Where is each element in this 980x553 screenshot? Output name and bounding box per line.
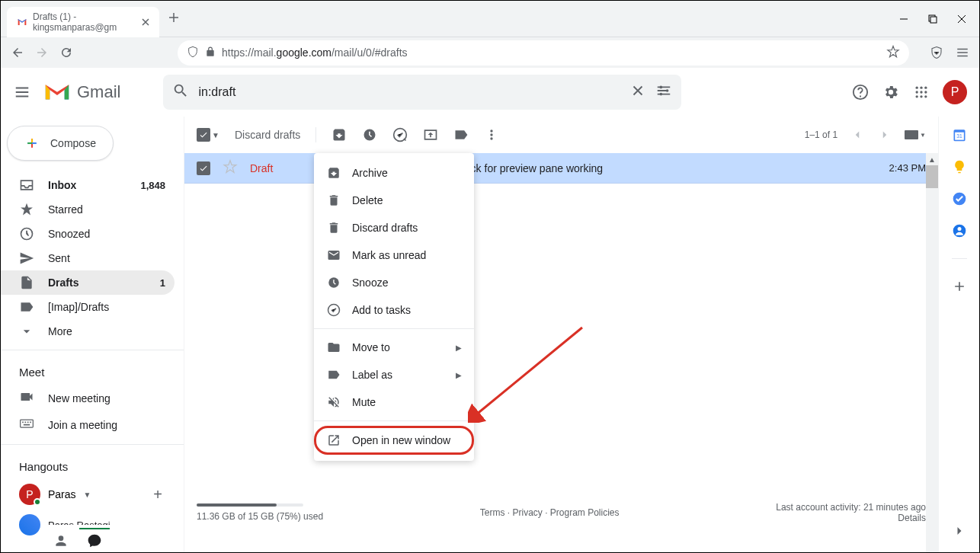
- content-area: ▼ Discard drafts 1–1 of 1 ▼ Draft a test…: [184, 117, 938, 553]
- ctx-discard-drafts[interactable]: Discard drafts: [314, 214, 474, 241]
- email-row[interactable]: Draft a test email to check for preview …: [184, 153, 938, 184]
- contacts-icon[interactable]: [952, 223, 967, 238]
- next-page-icon[interactable]: [877, 127, 892, 142]
- account-avatar[interactable]: P: [943, 80, 967, 104]
- label-icon: [326, 367, 341, 382]
- label-toolbar-icon[interactable]: [453, 127, 469, 142]
- scroll-up-icon[interactable]: ▲: [926, 153, 938, 165]
- storage-progress: [197, 503, 303, 507]
- search-options-icon[interactable]: [655, 82, 672, 102]
- chevron-down-icon: [19, 324, 34, 339]
- footer-privacy-link[interactable]: Privacy: [512, 507, 542, 518]
- gmail-logo[interactable]: Gmail: [43, 82, 120, 103]
- sidebar-item-inbox[interactable]: Inbox 1,848: [1, 173, 175, 197]
- keep-icon[interactable]: [952, 159, 967, 174]
- window-controls: [898, 14, 973, 24]
- main-menu-icon[interactable]: [13, 83, 31, 101]
- browser-tab[interactable]: Drafts (1) - kingsmanparas@gm: [7, 7, 159, 37]
- sidebar-item-more[interactable]: More: [1, 319, 175, 344]
- meet-new-meeting[interactable]: New meeting: [1, 385, 184, 411]
- snooze-toolbar-icon[interactable]: [362, 127, 377, 142]
- svg-rect-16: [21, 420, 34, 427]
- select-checkbox[interactable]: ▼: [197, 128, 219, 142]
- archive-icon[interactable]: [331, 127, 347, 142]
- ctx-snooze[interactable]: Snooze: [314, 269, 474, 296]
- task-icon: [326, 302, 341, 318]
- svg-point-8: [924, 87, 927, 89]
- hangouts-add-icon[interactable]: +: [150, 487, 165, 502]
- chevron-down-icon[interactable]: ▼: [212, 131, 219, 139]
- url-input[interactable]: https://mail.google.com/mail/u/0/#drafts: [178, 40, 909, 66]
- settings-icon[interactable]: [882, 83, 900, 101]
- email-toolbar: ▼ Discard drafts 1–1 of 1 ▼: [184, 117, 938, 153]
- side-panel-collapse-icon[interactable]: [952, 523, 967, 539]
- search-icon[interactable]: [172, 82, 189, 102]
- scrollbar-thumb[interactable]: [926, 165, 938, 188]
- support-icon[interactable]: [851, 83, 870, 101]
- svg-rect-19: [27, 422, 29, 424]
- pocket-icon[interactable]: [929, 45, 944, 60]
- browser-menu-icon[interactable]: [955, 45, 970, 60]
- label-icon: [19, 299, 34, 315]
- new-tab-icon[interactable]: [168, 12, 179, 26]
- apps-icon[interactable]: [912, 83, 930, 101]
- calendar-icon[interactable]: 31: [952, 127, 967, 142]
- ctx-archive[interactable]: Archive: [314, 159, 474, 187]
- sidebar-item-snoozed[interactable]: Snoozed: [1, 222, 175, 246]
- storage-text: 11.36 GB of 15 GB (75%) used: [197, 511, 323, 522]
- minimize-icon[interactable]: [898, 14, 909, 24]
- maximize-icon[interactable]: [927, 14, 938, 24]
- contact-avatar-icon: [19, 514, 40, 535]
- sidebar: Compose Inbox 1,848 Starred Snoozed Sent…: [1, 117, 184, 553]
- ctx-label-as[interactable]: Label as ▶: [314, 361, 474, 388]
- ctx-delete[interactable]: Delete: [314, 187, 474, 214]
- search-box[interactable]: [163, 75, 681, 110]
- ctx-mark-unread[interactable]: Mark as unread: [314, 241, 474, 269]
- gmail-favicon-icon: [16, 16, 28, 28]
- clock-icon: [19, 226, 34, 241]
- bookmark-star-icon[interactable]: [886, 45, 900, 61]
- search-input[interactable]: [198, 85, 620, 99]
- tab-close-icon[interactable]: [140, 16, 150, 28]
- compose-button[interactable]: Compose: [7, 126, 114, 161]
- tasks-icon[interactable]: [952, 191, 967, 206]
- sidebar-item-drafts[interactable]: Drafts 1: [1, 270, 175, 295]
- footer-policies-link[interactable]: Program Policies: [550, 507, 620, 518]
- hangouts-avatar-icon: P: [19, 484, 40, 505]
- row-checkbox[interactable]: [197, 161, 210, 175]
- back-icon[interactable]: [10, 45, 25, 60]
- footer-details-link[interactable]: Details: [898, 513, 926, 523]
- move-to-icon[interactable]: [423, 127, 438, 142]
- sidebar-item-starred[interactable]: Starred: [1, 197, 175, 222]
- input-tools-icon[interactable]: ▼: [905, 130, 926, 139]
- hangouts-current-user[interactable]: P Paras ▼ +: [1, 479, 184, 510]
- clear-search-icon[interactable]: [629, 82, 646, 102]
- scrollbar[interactable]: ▲: [926, 153, 938, 553]
- add-addon-icon[interactable]: [952, 279, 967, 294]
- star-icon[interactable]: [223, 159, 238, 177]
- ctx-mute[interactable]: Mute: [314, 388, 474, 416]
- bottom-tab-hangouts[interactable]: [79, 528, 110, 552]
- sidebar-item-imap-drafts[interactable]: [Imap]/Drafts: [1, 295, 175, 319]
- bottom-tab-contacts[interactable]: [46, 528, 76, 552]
- ctx-open-new-window[interactable]: Open in new window: [314, 426, 474, 455]
- close-window-icon[interactable]: [956, 14, 967, 24]
- browser-tab-bar: Drafts (1) - kingsmanparas@gm: [1, 1, 979, 37]
- chevron-down-icon[interactable]: ▼: [84, 491, 91, 499]
- add-task-icon[interactable]: [392, 127, 408, 142]
- ctx-move-to[interactable]: Move to ▶: [314, 334, 474, 361]
- footer-terms-link[interactable]: Terms: [480, 507, 505, 518]
- footer-activity: Last account activity: 21 minutes ago: [776, 502, 926, 513]
- sidebar-item-sent[interactable]: Sent: [1, 246, 175, 270]
- discard-drafts-button[interactable]: Discard drafts: [235, 129, 300, 141]
- svg-line-30: [476, 328, 582, 415]
- meet-join-meeting[interactable]: Join a meeting: [1, 411, 184, 438]
- reload-icon[interactable]: [59, 45, 74, 60]
- lock-icon[interactable]: [205, 46, 216, 59]
- prev-page-icon[interactable]: [850, 127, 865, 142]
- more-options-icon[interactable]: [484, 127, 499, 142]
- ctx-add-tasks[interactable]: Add to tasks: [314, 296, 474, 324]
- shield-icon[interactable]: [187, 46, 199, 60]
- star-icon: [19, 202, 34, 217]
- svg-point-7: [920, 87, 922, 89]
